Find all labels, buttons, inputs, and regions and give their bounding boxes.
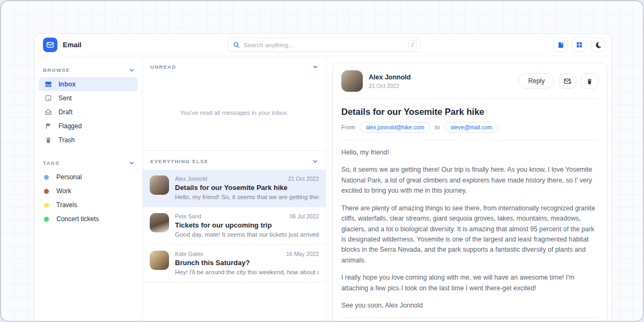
trash-icon — [44, 136, 52, 144]
flag-icon — [44, 122, 52, 130]
unread-section-header[interactable]: UNREAD — [143, 56, 326, 75]
trash-icon — [586, 78, 593, 85]
chevron-down-icon — [312, 64, 318, 70]
email-paragraph: So, it seems we are getting there! Our t… — [341, 165, 598, 196]
to-email-chip[interactable]: steve@mail.com — [444, 122, 499, 133]
detail-sender-name: Alex Jonnold — [369, 74, 411, 81]
message-date: 06 Jul 2022 — [290, 213, 319, 219]
search-shortcut-badge: / — [408, 40, 417, 50]
attachments-divider — [341, 318, 598, 318]
draft-icon — [44, 108, 52, 116]
message-subject: Brunch this Saturday? — [175, 259, 319, 267]
apps-grid-button[interactable] — [572, 38, 587, 52]
tag-item-work[interactable]: Work — [39, 184, 138, 198]
sidebar-item-label: Sent — [58, 94, 72, 102]
sender-block: Alex Jonnold 21 Oct 2022 — [369, 74, 411, 89]
message-sender: Alex Jonnold — [175, 175, 207, 182]
unread-label: UNREAD — [150, 64, 176, 70]
apps-grid-icon — [576, 41, 583, 48]
app-header: Email / — [34, 34, 612, 56]
inbox-icon — [44, 80, 52, 88]
email-paragraph: I really hope you love coming along with… — [341, 273, 598, 294]
mail-plus-icon — [564, 77, 572, 85]
tag-item-concert-tickets[interactable]: Concert tickets — [39, 212, 138, 226]
search-input[interactable] — [244, 42, 404, 48]
from-to-row: From alex.jonnold@hike.com to steve@mail… — [341, 122, 598, 141]
chevron-down-icon — [312, 158, 318, 164]
sidebar-item-draft[interactable]: Draft — [39, 105, 138, 119]
from-label: From — [341, 124, 355, 130]
email-paragraph: There are plenty of amazing things to se… — [341, 203, 598, 266]
everything-else-label: EVERYTHING ELSE — [150, 158, 208, 164]
moon-icon — [595, 41, 602, 49]
tag-label: Concert tickets — [56, 215, 99, 223]
tag-dot — [44, 189, 49, 194]
tags-section-header[interactable]: TAGS — [39, 155, 138, 170]
avatar — [150, 251, 169, 270]
sidebar-item-inbox[interactable]: Inbox — [39, 77, 138, 91]
unread-empty-state: You've read all messages in your inbox. — [143, 75, 326, 150]
app-title: Email — [63, 41, 82, 49]
tag-dot — [44, 203, 49, 208]
chevron-down-icon — [129, 67, 135, 73]
browse-section-header[interactable]: BROWSE — [39, 62, 138, 77]
email-body: Hello, my friend! So, it seems we are ge… — [341, 141, 598, 311]
from-email-chip[interactable]: alex.jonnold@hike.com — [360, 122, 431, 133]
email-paragraph: See you soon, Alex Jonnold — [341, 301, 598, 311]
tags-label: TAGS — [43, 160, 60, 166]
message-date: 21 Oct 2022 — [288, 175, 319, 182]
detail-date: 21 Oct 2022 — [369, 83, 411, 89]
to-label: to — [435, 124, 440, 130]
sidebar-item-label: Trash — [58, 136, 75, 144]
message-subject: Details for our Yosemite Park hike — [175, 184, 319, 192]
message-subject: Tickets for our upcoming trip — [175, 221, 319, 229]
tag-dot — [44, 217, 49, 222]
message-row-kate[interactable]: Kate Gates 16 May 2022 Brunch this Satur… — [143, 245, 326, 282]
email-detail-header: Alex Jonnold 21 Oct 2022 Reply — [341, 70, 598, 99]
everything-else-section-header[interactable]: EVERYTHING ELSE — [143, 150, 326, 170]
sidebar-item-sent[interactable]: Sent — [39, 91, 138, 105]
search-icon — [233, 41, 240, 48]
tag-dot — [44, 175, 49, 180]
screenshot-frame: Email / — [0, 0, 644, 322]
search-bar[interactable]: / — [228, 38, 421, 52]
detail-actions: Reply — [518, 74, 598, 89]
tag-label: Travels — [56, 201, 77, 209]
email-logo-icon — [43, 38, 57, 52]
main-columns: BROWSE Inbox Sent — [34, 56, 612, 322]
sidebar-item-label: Inbox — [58, 80, 76, 88]
email-app-window: Email / — [34, 33, 612, 322]
message-list-column: UNREAD You've read all messages in your … — [142, 56, 326, 322]
message-sender: Kate Gates — [175, 251, 203, 257]
message-preview: Hey! I'll be around the city this weeken… — [175, 269, 319, 275]
header-actions — [421, 38, 605, 52]
message-row-alex[interactable]: Alex Jonnold 21 Oct 2022 Details for our… — [143, 170, 326, 207]
sidebar: BROWSE Inbox Sent — [34, 56, 142, 322]
sent-icon — [44, 94, 52, 102]
reply-button[interactable]: Reply — [518, 74, 554, 89]
browse-label: BROWSE — [43, 67, 70, 73]
notebook-icon — [557, 41, 565, 49]
email-detail-card: Alex Jonnold 21 Oct 2022 Reply — [332, 63, 608, 322]
new-mail-button[interactable] — [559, 74, 576, 89]
sidebar-item-label: Flagged — [58, 122, 82, 130]
tag-label: Personal — [56, 173, 82, 181]
delete-button[interactable] — [581, 74, 598, 89]
message-body: Kate Gates 16 May 2022 Brunch this Satur… — [175, 251, 319, 275]
sidebar-item-trash[interactable]: Trash — [39, 133, 138, 147]
notebook-button[interactable] — [553, 38, 568, 52]
chevron-down-icon — [129, 160, 135, 166]
message-body: Pete Sand 06 Jul 2022 Tickets for our up… — [175, 213, 319, 238]
message-row-pete[interactable]: Pete Sand 06 Jul 2022 Tickets for our up… — [143, 207, 326, 245]
tag-item-travels[interactable]: Travels — [39, 198, 138, 212]
email-paragraph: Hello, my friend! — [341, 148, 598, 158]
brand: Email — [41, 38, 228, 52]
dark-mode-button[interactable] — [591, 38, 605, 52]
message-date: 16 May 2022 — [286, 251, 319, 257]
email-detail-column: Alex Jonnold 21 Oct 2022 Reply — [326, 56, 612, 322]
tag-item-personal[interactable]: Personal — [39, 170, 138, 184]
sidebar-item-flagged[interactable]: Flagged — [39, 119, 138, 133]
message-preview: Good day, mate! It seems that our ticket… — [175, 231, 319, 238]
tag-label: Work — [56, 187, 71, 195]
avatar — [150, 175, 169, 195]
